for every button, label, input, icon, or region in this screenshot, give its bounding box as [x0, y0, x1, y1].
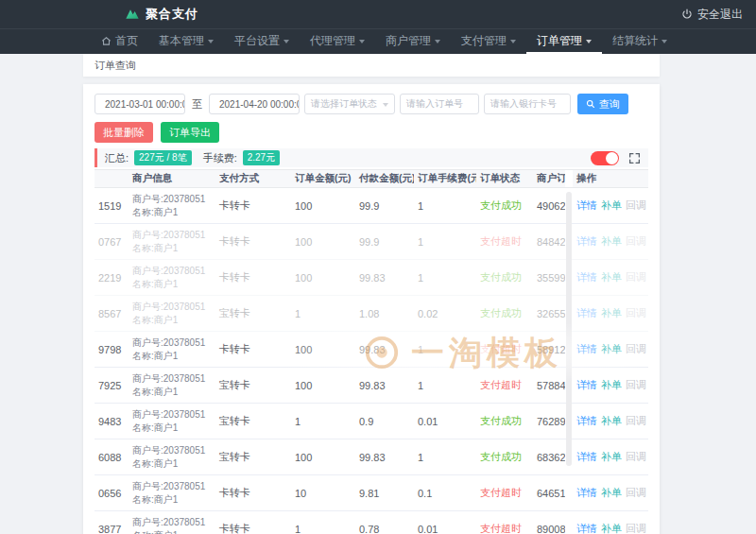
merchant-info: 商户号:20378051 名称:商户1 [129, 336, 215, 362]
nav-item-agent-mgmt[interactable]: 代理管理 [300, 29, 375, 54]
chevron-down-icon [284, 40, 289, 46]
merchant-info: 商户号:20378051 名称:商户1 [129, 516, 215, 534]
order-export-label: 订单导出 [169, 126, 211, 140]
table-row: 0656 商户号:20378051 名称:商户1 卡转卡 10 9.81 0.1… [94, 475, 648, 511]
nav-item-payment-mgmt[interactable]: 支付管理 [451, 29, 526, 54]
order-status: 支付成功 [476, 198, 533, 213]
scrollbar-gutter [565, 170, 573, 187]
detail-link[interactable]: 详情 [576, 486, 597, 500]
col-merchant-order-no: 商户订单号 [533, 172, 565, 185]
order-fee: 1 [414, 200, 476, 212]
order-amount: 100 [291, 236, 355, 248]
paid-amount: 1.08 [355, 308, 414, 319]
date-from-input[interactable]: 2021-03-01 00:00:00 [94, 94, 185, 114]
merchant-name: 名称:商户1 [132, 386, 215, 399]
nav-item-label: 基本管理 [159, 33, 204, 49]
col-pay-method: 支付方式 [215, 172, 291, 185]
order-amount: 1 [291, 416, 355, 427]
pay-method: 卡转卡 [215, 522, 291, 534]
supplement-order-link[interactable]: 补单 [601, 306, 622, 320]
detail-link[interactable]: 详情 [576, 270, 597, 284]
date-to-input[interactable]: 2021-04-20 00:00:00 [209, 94, 300, 114]
supplement-order-link[interactable]: 补单 [601, 522, 622, 534]
home-icon [101, 36, 112, 46]
detail-link[interactable]: 详情 [576, 450, 597, 464]
order-status-select[interactable]: 请选择订单状态 [304, 94, 395, 114]
supplement-order-link[interactable]: 补单 [601, 378, 622, 392]
detail-link[interactable]: 详情 [576, 198, 597, 213]
order-export-button[interactable]: 订单导出 [161, 122, 219, 143]
merchant-name: 名称:商户1 [132, 422, 215, 435]
nav-item-label: 结算统计 [612, 33, 658, 49]
nav-item-settlement-stats[interactable]: 结算统计 [602, 29, 678, 54]
pay-method: 宝转卡 [215, 378, 291, 392]
nav-item-basic-mgmt[interactable]: 基本管理 [148, 29, 224, 54]
callback-link[interactable]: 回调 [626, 414, 646, 428]
order-no-input[interactable]: 请输入订单号 [400, 94, 479, 114]
nav-item-home[interactable]: 首页 [91, 29, 148, 54]
order-amount: 10 [291, 488, 355, 499]
callback-link[interactable]: 回调 [626, 198, 646, 213]
nav-item-order-mgmt[interactable]: 订单管理 [526, 29, 602, 54]
batch-delete-button[interactable]: 批量删除 [94, 122, 153, 143]
toggle-switch[interactable] [591, 151, 619, 165]
order-fee: 1 [414, 272, 476, 284]
callback-link[interactable]: 回调 [626, 378, 646, 392]
order-number: 7925 [94, 380, 129, 391]
merchant-no: 商户号:20378051 [132, 516, 215, 529]
merchant-info: 商户号:20378051 名称:商户1 [129, 301, 215, 326]
row-actions: 详情 补单 回调 [573, 450, 648, 464]
callback-link[interactable]: 回调 [626, 486, 646, 500]
supplement-order-link[interactable]: 补单 [601, 342, 622, 356]
search-button-label: 查询 [599, 97, 620, 112]
order-fee: 1 [414, 344, 476, 355]
fullscreen-icon[interactable] [628, 152, 641, 164]
supplement-order-link[interactable]: 补单 [601, 198, 622, 213]
vertical-scrollbar[interactable] [566, 192, 572, 466]
callback-link[interactable]: 回调 [626, 342, 646, 356]
row-actions: 详情 补单 回调 [573, 270, 648, 284]
callback-link[interactable]: 回调 [626, 522, 646, 534]
merchant-order-no: 683627 [533, 452, 565, 463]
callback-link[interactable]: 回调 [626, 450, 646, 464]
detail-link[interactable]: 详情 [576, 522, 597, 534]
callback-link[interactable]: 回调 [626, 270, 646, 284]
detail-link[interactable]: 详情 [576, 306, 597, 320]
search-button[interactable]: 查询 [577, 94, 628, 114]
nav-item-label: 订单管理 [537, 33, 582, 49]
row-actions: 详情 补单 回调 [573, 522, 648, 534]
col-order-status: 订单状态 [476, 172, 533, 185]
detail-link[interactable]: 详情 [576, 234, 597, 249]
logo-icon [125, 7, 140, 22]
row-actions: 详情 补单 回调 [573, 486, 648, 500]
chevron-down-icon [586, 40, 592, 46]
supplement-order-link[interactable]: 补单 [601, 270, 622, 284]
nav-item-merchant-mgmt[interactable]: 商户管理 [375, 29, 451, 54]
top-bar: 聚合支付 安全退出 [0, 0, 756, 28]
supplement-order-link[interactable]: 补单 [601, 414, 622, 428]
order-query-card: 2021-03-01 00:00:00 至 2021-04-20 00:00:0… [83, 84, 660, 534]
merchant-no: 商户号:20378051 [132, 444, 215, 457]
supplement-order-link[interactable]: 补单 [601, 486, 622, 500]
detail-link[interactable]: 详情 [576, 414, 597, 428]
col-merchant-info: 商户信息 [129, 172, 215, 185]
date-range-separator: 至 [190, 97, 204, 112]
nav-item-label: 平台设置 [234, 33, 280, 49]
detail-link[interactable]: 详情 [576, 378, 597, 392]
merchant-info: 商户号:20378051 名称:商户1 [129, 444, 215, 470]
callback-link[interactable]: 回调 [626, 306, 646, 320]
detail-link[interactable]: 详情 [576, 342, 597, 356]
order-fee: 0.1 [414, 488, 476, 499]
logout-label: 安全退出 [697, 7, 743, 23]
bank-card-input[interactable]: 请输入银行卡号 [484, 94, 571, 114]
order-amount: 100 [291, 344, 355, 355]
supplement-order-link[interactable]: 补单 [601, 234, 622, 249]
merchant-order-no: 848428 [533, 236, 565, 248]
supplement-order-link[interactable]: 补单 [601, 450, 622, 464]
logout-button[interactable]: 安全退出 [681, 7, 743, 23]
chevron-down-icon [359, 40, 365, 46]
callback-link[interactable]: 回调 [626, 234, 646, 249]
col-order-fee: 订单手续费(元) [414, 172, 476, 185]
merchant-no: 商户号:20378051 [132, 265, 215, 278]
nav-item-platform-settings[interactable]: 平台设置 [224, 29, 300, 54]
